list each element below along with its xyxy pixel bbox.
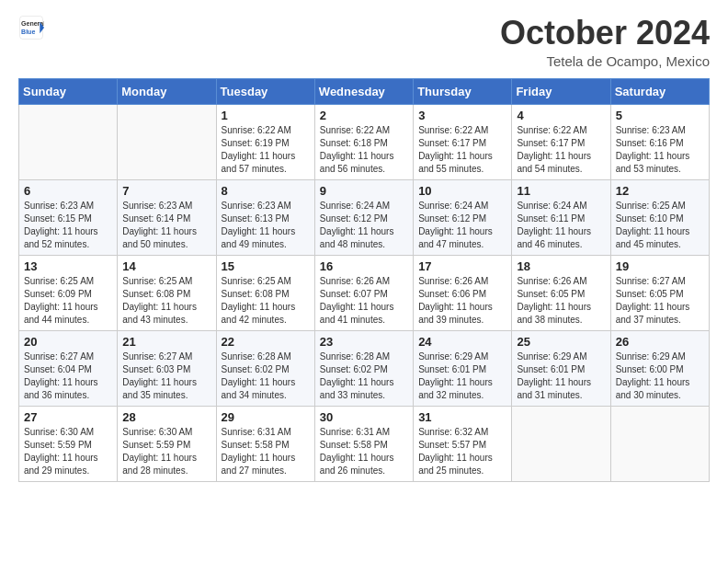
weekday-header-friday: Friday [512, 78, 610, 104]
svg-text:Blue: Blue [21, 29, 35, 35]
calendar-cell: 2Sunrise: 6:22 AM Sunset: 6:18 PM Daylig… [314, 104, 413, 179]
day-number: 18 [517, 259, 605, 273]
day-number: 14 [122, 259, 210, 273]
day-info: Sunrise: 6:27 AM Sunset: 6:04 PM Dayligh… [24, 350, 112, 402]
calendar-cell: 5Sunrise: 6:23 AM Sunset: 6:16 PM Daylig… [610, 104, 709, 179]
calendar-cell: 20Sunrise: 6:27 AM Sunset: 6:04 PM Dayli… [19, 330, 118, 406]
calendar-cell: 11Sunrise: 6:24 AM Sunset: 6:11 PM Dayli… [512, 179, 610, 255]
page: General Blue General Blue October 2024 T… [0, 0, 728, 563]
calendar-cell: 16Sunrise: 6:26 AM Sunset: 6:07 PM Dayli… [314, 255, 413, 330]
calendar-cell: 15Sunrise: 6:25 AM Sunset: 6:08 PM Dayli… [216, 255, 314, 330]
day-info: Sunrise: 6:25 AM Sunset: 6:10 PM Dayligh… [616, 200, 704, 251]
day-info: Sunrise: 6:26 AM Sunset: 6:06 PM Dayligh… [418, 275, 506, 327]
calendar-cell: 3Sunrise: 6:22 AM Sunset: 6:17 PM Daylig… [414, 104, 512, 179]
day-number: 25 [517, 335, 605, 349]
day-info: Sunrise: 6:23 AM Sunset: 6:16 PM Dayligh… [616, 124, 704, 176]
week-row-4: 20Sunrise: 6:27 AM Sunset: 6:04 PM Dayli… [19, 330, 710, 406]
calendar-cell: 10Sunrise: 6:24 AM Sunset: 6:12 PM Dayli… [414, 179, 512, 255]
day-number: 3 [418, 109, 506, 122]
day-info: Sunrise: 6:29 AM Sunset: 6:01 PM Dayligh… [418, 350, 506, 402]
calendar-cell: 22Sunrise: 6:28 AM Sunset: 6:02 PM Dayli… [216, 330, 314, 406]
weekday-header-wednesday: Wednesday [314, 78, 413, 104]
day-number: 21 [122, 335, 210, 349]
weekday-header-monday: Monday [118, 78, 216, 104]
calendar-cell: 12Sunrise: 6:25 AM Sunset: 6:10 PM Dayli… [610, 179, 709, 255]
calendar-cell: 27Sunrise: 6:30 AM Sunset: 5:59 PM Dayli… [19, 406, 118, 481]
day-info: Sunrise: 6:31 AM Sunset: 5:58 PM Dayligh… [222, 426, 310, 477]
day-info: Sunrise: 6:29 AM Sunset: 6:01 PM Dayligh… [517, 350, 605, 402]
weekday-header-saturday: Saturday [610, 78, 709, 104]
logo: General Blue General Blue [18, 15, 44, 40]
day-info: Sunrise: 6:23 AM Sunset: 6:13 PM Dayligh… [222, 200, 310, 251]
calendar-cell: 19Sunrise: 6:27 AM Sunset: 6:05 PM Dayli… [610, 255, 709, 330]
day-number: 27 [24, 410, 112, 424]
weekday-header-thursday: Thursday [414, 78, 512, 104]
day-number: 19 [616, 259, 704, 273]
calendar-cell [19, 104, 118, 179]
calendar-cell: 25Sunrise: 6:29 AM Sunset: 6:01 PM Dayli… [512, 330, 610, 406]
calendar-cell: 29Sunrise: 6:31 AM Sunset: 5:58 PM Dayli… [216, 406, 314, 481]
day-number: 13 [24, 259, 112, 273]
calendar-title: October 2024 [500, 15, 710, 52]
day-number: 26 [616, 335, 704, 349]
calendar-cell [118, 104, 216, 179]
day-number: 20 [24, 335, 112, 349]
day-number: 24 [418, 335, 506, 349]
day-info: Sunrise: 6:28 AM Sunset: 6:02 PM Dayligh… [320, 350, 408, 402]
day-number: 2 [320, 109, 408, 122]
week-row-5: 27Sunrise: 6:30 AM Sunset: 5:59 PM Dayli… [19, 406, 710, 481]
calendar-cell: 8Sunrise: 6:23 AM Sunset: 6:13 PM Daylig… [216, 179, 314, 255]
day-info: Sunrise: 6:28 AM Sunset: 6:02 PM Dayligh… [222, 350, 310, 402]
day-info: Sunrise: 6:25 AM Sunset: 6:09 PM Dayligh… [24, 275, 112, 327]
day-number: 23 [320, 335, 408, 349]
calendar-cell: 1Sunrise: 6:22 AM Sunset: 6:19 PM Daylig… [216, 104, 314, 179]
weekday-header-tuesday: Tuesday [216, 78, 314, 104]
calendar-subtitle: Tetela de Ocampo, Mexico [500, 53, 710, 69]
calendar-cell: 30Sunrise: 6:31 AM Sunset: 5:58 PM Dayli… [314, 406, 413, 481]
calendar-cell: 6Sunrise: 6:23 AM Sunset: 6:15 PM Daylig… [19, 179, 118, 255]
calendar-cell: 9Sunrise: 6:24 AM Sunset: 6:12 PM Daylig… [314, 179, 413, 255]
day-number: 5 [616, 109, 704, 122]
calendar-cell: 24Sunrise: 6:29 AM Sunset: 6:01 PM Dayli… [414, 330, 512, 406]
calendar-cell [610, 406, 709, 481]
day-info: Sunrise: 6:26 AM Sunset: 6:05 PM Dayligh… [517, 275, 605, 327]
day-number: 30 [320, 410, 408, 424]
day-number: 6 [24, 184, 112, 198]
day-number: 10 [418, 184, 506, 198]
calendar-cell: 21Sunrise: 6:27 AM Sunset: 6:03 PM Dayli… [118, 330, 216, 406]
day-info: Sunrise: 6:30 AM Sunset: 5:59 PM Dayligh… [122, 426, 210, 477]
day-number: 9 [320, 184, 408, 198]
calendar-cell: 31Sunrise: 6:32 AM Sunset: 5:57 PM Dayli… [414, 406, 512, 481]
calendar-cell: 4Sunrise: 6:22 AM Sunset: 6:17 PM Daylig… [512, 104, 610, 179]
day-info: Sunrise: 6:29 AM Sunset: 6:00 PM Dayligh… [616, 350, 704, 402]
calendar-cell [512, 406, 610, 481]
day-info: Sunrise: 6:22 AM Sunset: 6:17 PM Dayligh… [418, 124, 506, 176]
calendar-cell: 18Sunrise: 6:26 AM Sunset: 6:05 PM Dayli… [512, 255, 610, 330]
calendar-cell: 7Sunrise: 6:23 AM Sunset: 6:14 PM Daylig… [118, 179, 216, 255]
svg-rect-0 [20, 17, 43, 40]
day-info: Sunrise: 6:22 AM Sunset: 6:19 PM Dayligh… [222, 124, 310, 176]
week-row-3: 13Sunrise: 6:25 AM Sunset: 6:09 PM Dayli… [19, 255, 710, 330]
calendar-cell: 26Sunrise: 6:29 AM Sunset: 6:00 PM Dayli… [610, 330, 709, 406]
header: General Blue General Blue October 2024 T… [18, 15, 710, 69]
day-number: 22 [222, 335, 310, 349]
day-info: Sunrise: 6:27 AM Sunset: 6:03 PM Dayligh… [122, 350, 210, 402]
calendar-cell: 17Sunrise: 6:26 AM Sunset: 6:06 PM Dayli… [414, 255, 512, 330]
week-row-1: 1Sunrise: 6:22 AM Sunset: 6:19 PM Daylig… [19, 104, 710, 179]
calendar-cell: 13Sunrise: 6:25 AM Sunset: 6:09 PM Dayli… [19, 255, 118, 330]
day-info: Sunrise: 6:23 AM Sunset: 6:15 PM Dayligh… [24, 200, 112, 251]
day-number: 12 [616, 184, 704, 198]
day-number: 31 [418, 410, 506, 424]
day-info: Sunrise: 6:26 AM Sunset: 6:07 PM Dayligh… [320, 275, 408, 327]
day-number: 17 [418, 259, 506, 273]
day-number: 16 [320, 259, 408, 273]
day-number: 8 [222, 184, 310, 198]
day-info: Sunrise: 6:24 AM Sunset: 6:11 PM Dayligh… [517, 200, 605, 251]
day-info: Sunrise: 6:31 AM Sunset: 5:58 PM Dayligh… [320, 426, 408, 477]
day-info: Sunrise: 6:30 AM Sunset: 5:59 PM Dayligh… [24, 426, 112, 477]
calendar-table: SundayMondayTuesdayWednesdayThursdayFrid… [18, 78, 710, 482]
day-number: 7 [122, 184, 210, 198]
day-info: Sunrise: 6:25 AM Sunset: 6:08 PM Dayligh… [122, 275, 210, 327]
day-info: Sunrise: 6:32 AM Sunset: 5:57 PM Dayligh… [418, 426, 506, 477]
day-number: 29 [222, 410, 310, 424]
